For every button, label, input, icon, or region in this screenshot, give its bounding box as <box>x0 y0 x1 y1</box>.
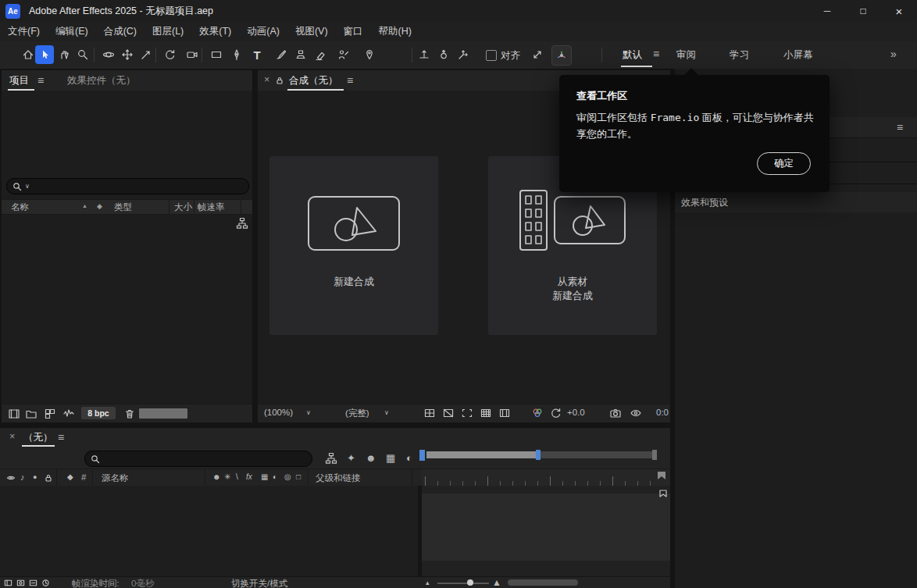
tab-effects-and-presets[interactable]: 效果和预设 <box>681 196 728 209</box>
resolution-chevron-icon[interactable]: ∨ <box>384 410 389 416</box>
column-frame-rate[interactable]: 帧速率 <box>198 201 225 213</box>
project-search[interactable]: ∨ <box>6 178 249 194</box>
clone-stamp-tool-button[interactable] <box>291 45 310 64</box>
new-composition-card[interactable]: 新建合成 <box>269 156 438 335</box>
snap-options-button[interactable] <box>528 45 547 64</box>
expand-switches-pane-icon[interactable] <box>4 579 12 587</box>
resolution-dropdown[interactable]: (完整) <box>345 408 369 419</box>
column-name[interactable]: 名称 <box>11 201 29 213</box>
quality-switch-icon[interactable]: \ <box>236 473 238 481</box>
horizontal-scrollbar-thumb[interactable] <box>139 408 187 419</box>
eye-icon[interactable] <box>6 473 16 483</box>
project-settings-icon[interactable] <box>44 408 56 420</box>
menu-item-help[interactable]: 帮助(H) <box>371 22 419 41</box>
channel-rgb-icon[interactable] <box>531 407 544 419</box>
reset-exposure-icon[interactable] <box>550 407 562 419</box>
coach-ok-button[interactable]: 确定 <box>757 152 811 175</box>
adjustment-switch-icon[interactable]: ◎ <box>284 473 291 481</box>
motion-blur-icon[interactable]: ◐ <box>406 453 412 463</box>
minimize-button[interactable]: ─ <box>809 0 845 22</box>
transparency-grid-icon[interactable] <box>480 407 492 419</box>
frame-blending-icon[interactable]: ▦ <box>386 453 395 463</box>
column-source-name[interactable]: 源名称 <box>102 472 129 484</box>
comp-tab-close-icon[interactable]: × <box>264 74 269 85</box>
navigator-end-handle[interactable] <box>652 450 657 460</box>
bit-depth-button[interactable]: 8 bpc <box>81 407 116 419</box>
workspace-tab-review[interactable]: 审阅 <box>676 48 696 62</box>
expand-inout-pane-icon[interactable] <box>29 579 37 587</box>
time-ruler[interactable] <box>422 469 670 486</box>
rectangle-tool-button[interactable] <box>207 45 226 64</box>
workspace-tab-default[interactable]: 默认 <box>623 48 642 62</box>
hide-shy-layers-icon[interactable]: ☻ <box>366 453 376 463</box>
comp-marker-bin-icon[interactable] <box>658 489 668 498</box>
lock-icon[interactable] <box>44 473 53 483</box>
column-divider[interactable] <box>92 469 93 486</box>
brush-tool-button[interactable] <box>272 45 291 64</box>
expand-render-pane-icon[interactable] <box>41 579 50 587</box>
new-folder-icon[interactable] <box>25 408 37 420</box>
workspace-overflow-icon[interactable]: » <box>890 48 897 59</box>
tab-timeline[interactable]: （无） <box>23 431 53 444</box>
solo-icon[interactable]: ● <box>33 474 37 481</box>
pixel-aspect-icon[interactable] <box>498 407 511 419</box>
column-parent-link[interactable]: 父级和链接 <box>316 472 361 484</box>
comp-timecode[interactable]: 0:0 <box>656 408 669 417</box>
column-divider[interactable] <box>412 469 412 486</box>
three-d-switch-icon[interactable]: □ <box>296 473 301 481</box>
dolly-camera-tool-button[interactable] <box>137 45 155 64</box>
selection-tool-button[interactable] <box>35 45 54 64</box>
column-type[interactable]: 类型 <box>114 201 132 213</box>
project-flowchart-icon[interactable] <box>236 217 248 230</box>
timeline-tab-close-icon[interactable]: × <box>9 431 15 442</box>
audio-icon[interactable]: ♪ <box>20 473 25 482</box>
trash-icon[interactable] <box>123 408 136 420</box>
menu-item-edit[interactable]: 编辑(E) <box>48 22 96 41</box>
pen-tool-button[interactable] <box>227 45 246 64</box>
workspace-menu-icon[interactable]: ≡ <box>653 48 659 59</box>
motion-blur-switch-icon[interactable]: ◐ <box>273 473 277 481</box>
shy-switch-icon[interactable]: ☻ <box>212 473 221 481</box>
grid-guides-icon[interactable] <box>423 407 436 419</box>
timeline-panel-menu-icon[interactable]: ≡ <box>58 432 64 443</box>
orbit-camera-tool-button[interactable] <box>99 45 118 64</box>
collapse-switch-icon[interactable]: ✳ <box>224 473 230 481</box>
tab-composition[interactable]: 合成（无） <box>289 74 338 87</box>
workspace-tab-small-screen[interactable]: 小屏幕 <box>783 48 813 62</box>
pan-camera-tool-button[interactable] <box>118 45 137 64</box>
sort-asc-icon[interactable]: ▲ <box>82 203 87 208</box>
column-divider[interactable] <box>308 469 309 486</box>
tab-effect-controls[interactable]: 效果控件（无） <box>67 74 136 87</box>
menu-item-effect[interactable]: 效果(T) <box>191 22 239 41</box>
label-column-icon[interactable]: ◆ <box>97 202 102 210</box>
menu-item-window[interactable]: 窗口 <box>336 22 371 41</box>
mini-flowchart-icon[interactable] <box>325 452 337 465</box>
column-divider[interactable] <box>205 469 205 486</box>
waveform-icon[interactable] <box>62 408 75 420</box>
info-panel-menu-icon[interactable]: ≡ <box>897 122 903 133</box>
view-axis-mode-button[interactable] <box>454 45 473 64</box>
timeline-search-input[interactable] <box>103 453 306 465</box>
draft-3d-icon[interactable]: ✦ <box>347 453 355 463</box>
menu-item-view[interactable]: 视图(V) <box>287 22 336 41</box>
expand-transfer-pane-icon[interactable] <box>16 579 25 587</box>
zoom-out-mountain-icon[interactable]: ▴ <box>426 579 430 586</box>
world-axis-mode-button[interactable] <box>434 45 453 64</box>
close-button[interactable]: × <box>881 0 917 22</box>
tab-project[interactable]: 项目 <box>9 74 29 87</box>
interpret-footage-icon[interactable] <box>8 408 20 420</box>
label-column-icon[interactable]: ◆ <box>67 473 73 481</box>
hand-tool-button[interactable] <box>55 45 73 64</box>
roto-brush-tool-button[interactable] <box>334 45 353 64</box>
layer-list-area[interactable] <box>0 486 418 576</box>
column-size[interactable]: 大小 <box>174 201 192 213</box>
snapshot-camera-icon[interactable] <box>609 407 622 419</box>
timeline-zoom-slider-track[interactable] <box>437 583 489 584</box>
fx-switch-icon[interactable]: fx <box>246 473 252 481</box>
timeline-zoom-slider-handle[interactable] <box>467 579 473 586</box>
menu-item-file[interactable]: 文件(F) <box>0 22 48 41</box>
time-navigator-viewed[interactable] <box>426 451 536 458</box>
column-divider[interactable] <box>194 200 194 214</box>
gizmo-mode-button[interactable] <box>551 45 572 66</box>
index-column[interactable]: # <box>81 472 86 482</box>
